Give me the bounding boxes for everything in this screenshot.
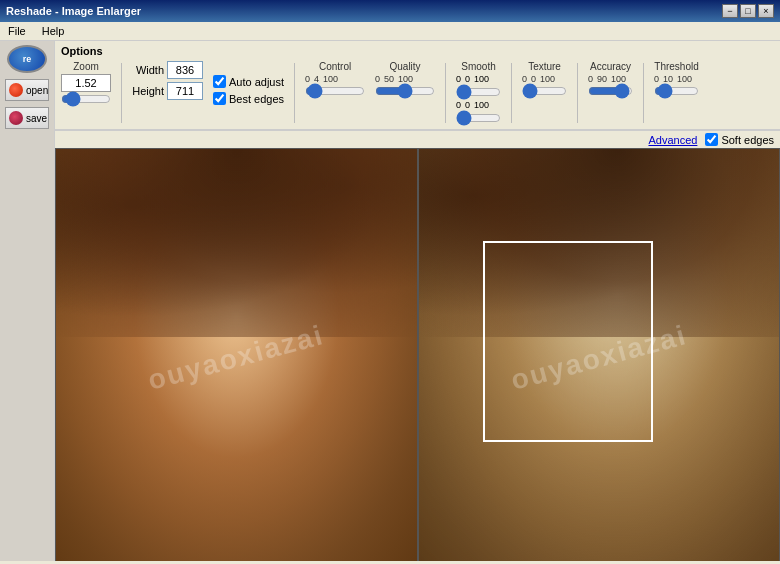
accuracy-section: Accuracy 0 90 100 xyxy=(588,61,633,98)
smooth-row1-vals: 0 0 100 xyxy=(456,74,501,84)
menu-file[interactable]: File xyxy=(4,24,30,38)
main-content: re open save Options Zoom xyxy=(0,41,780,561)
width-label: Width xyxy=(132,64,164,76)
smooth-section: Smooth 0 0 100 0 0 100 xyxy=(456,61,501,125)
save-button[interactable]: save xyxy=(5,107,49,129)
sidebar: re open save xyxy=(0,41,55,561)
close-button[interactable]: × xyxy=(758,4,774,18)
smooth-row2-vals: 0 0 100 xyxy=(456,100,501,110)
width-row: Width xyxy=(132,61,203,79)
divider-1 xyxy=(121,63,122,123)
zoom-label: Zoom xyxy=(73,61,99,72)
menu-bar: File Help xyxy=(0,22,780,41)
threshold-slider[interactable] xyxy=(654,84,699,98)
divider-4 xyxy=(511,63,512,123)
open-icon xyxy=(9,83,23,97)
height-row: Height xyxy=(132,82,203,100)
soft-edges-row: Soft edges xyxy=(705,133,774,146)
reshade-logo: re xyxy=(7,45,47,73)
height-input[interactable] xyxy=(167,82,203,100)
texture-label: Texture xyxy=(522,61,567,72)
save-label: save xyxy=(26,113,47,124)
size-section: Width Height xyxy=(132,61,203,100)
window-title: Reshade - Image Enlarger xyxy=(6,5,141,17)
minimize-button[interactable]: − xyxy=(722,4,738,18)
best-edges-label[interactable]: Best edges xyxy=(229,93,284,105)
threshold-label: Threshold xyxy=(654,61,699,72)
soft-edges-checkbox[interactable] xyxy=(705,133,718,146)
quality-section: Quality 0 50 100 xyxy=(375,61,435,98)
smooth-r1-v1: 0 xyxy=(456,74,461,84)
controls-row: Zoom Width Height xyxy=(61,61,774,125)
divider-6 xyxy=(643,63,644,123)
auto-adjust-label[interactable]: Auto adjust xyxy=(229,76,284,88)
left-image-panel: ouyaoxiazai xyxy=(55,148,418,561)
threshold-section: Threshold 0 10 100 xyxy=(654,61,699,98)
right-image-panel: ouyaoxiazai xyxy=(418,148,781,561)
control-slider[interactable] xyxy=(305,84,365,98)
height-label: Height xyxy=(132,85,164,97)
control-label: Control xyxy=(305,61,365,72)
divider-3 xyxy=(445,63,446,123)
smooth-label: Smooth xyxy=(456,61,501,72)
smooth-slider-1[interactable] xyxy=(456,85,501,99)
smooth-r2-v2: 0 xyxy=(465,100,470,110)
images-row: ouyaoxiazai ouyaoxiazai xyxy=(55,148,780,561)
texture-slider[interactable] xyxy=(522,84,567,98)
save-icon xyxy=(9,111,23,125)
divider-5 xyxy=(577,63,578,123)
soft-edges-label[interactable]: Soft edges xyxy=(721,134,774,146)
smooth-sliders: 0 0 100 0 0 100 xyxy=(456,74,501,125)
smooth-slider-2[interactable] xyxy=(456,111,501,125)
auto-adjust-checkbox[interactable] xyxy=(213,75,226,88)
maximize-button[interactable]: □ xyxy=(740,4,756,18)
advanced-link[interactable]: Advanced xyxy=(648,134,697,146)
smooth-r2-v3: 100 xyxy=(474,100,489,110)
quality-label: Quality xyxy=(375,61,435,72)
divider-2 xyxy=(294,63,295,123)
zoom-section: Zoom xyxy=(61,61,111,106)
open-button[interactable]: open xyxy=(5,79,49,101)
smooth-r1-v2: 0 xyxy=(465,74,470,84)
open-label: open xyxy=(26,85,48,96)
accuracy-label: Accuracy xyxy=(588,61,633,72)
window-controls: − □ × xyxy=(722,4,774,18)
title-bar: Reshade - Image Enlarger − □ × xyxy=(0,0,780,22)
texture-section: Texture 0 0 100 xyxy=(522,61,567,98)
smooth-r2-v1: 0 xyxy=(456,100,461,110)
menu-help[interactable]: Help xyxy=(38,24,69,38)
zoom-slider[interactable] xyxy=(61,92,111,106)
advanced-row: Advanced Soft edges xyxy=(55,130,780,148)
auto-adjust-row: Auto adjust xyxy=(213,75,284,88)
control-section: Control 0 4 100 xyxy=(305,61,365,98)
options-title: Options xyxy=(61,45,774,57)
controls-area: Options Zoom Width Height xyxy=(55,41,780,561)
left-photo xyxy=(56,149,417,561)
best-edges-checkbox[interactable] xyxy=(213,92,226,105)
options-bar: Options Zoom Width Height xyxy=(55,41,780,130)
accuracy-slider[interactable] xyxy=(588,84,633,98)
selection-rect xyxy=(483,241,652,442)
width-input[interactable] xyxy=(167,61,203,79)
zoom-input[interactable] xyxy=(61,74,111,92)
best-edges-row: Best edges xyxy=(213,92,284,105)
checkbox-section: Auto adjust Best edges xyxy=(213,61,284,105)
smooth-r1-v3: 100 xyxy=(474,74,489,84)
quality-slider[interactable] xyxy=(375,84,435,98)
